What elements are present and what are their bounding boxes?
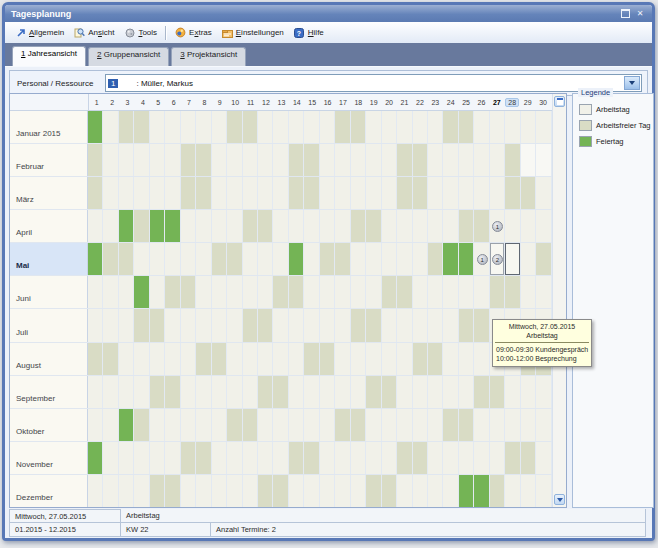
day-cell[interactable]: 1 [490, 210, 505, 242]
day-cell[interactable] [119, 144, 134, 176]
day-cell[interactable] [165, 276, 180, 308]
day-cell[interactable] [88, 276, 103, 308]
day-cell[interactable] [382, 177, 397, 209]
day-cell[interactable] [258, 111, 273, 143]
day-cell[interactable] [304, 409, 319, 441]
day-cell[interactable] [304, 343, 319, 375]
day-cell[interactable] [335, 409, 350, 441]
day-cell[interactable] [413, 177, 428, 209]
day-cell[interactable] [134, 177, 149, 209]
day-cell[interactable] [304, 144, 319, 176]
day-cell[interactable] [134, 442, 149, 474]
month-label[interactable]: April [10, 210, 88, 242]
day-cell[interactable] [243, 144, 258, 176]
day-cell[interactable] [428, 111, 443, 143]
day-cell[interactable] [366, 475, 381, 507]
day-cell[interactable] [273, 409, 288, 441]
day-cell[interactable] [196, 442, 211, 474]
appointment-count-badge[interactable]: 2 [492, 254, 503, 265]
day-cell[interactable] [88, 144, 103, 176]
day-cell[interactable] [212, 409, 227, 441]
day-cell[interactable] [521, 243, 536, 275]
day-cell[interactable] [490, 442, 505, 474]
day-cell[interactable] [150, 475, 165, 507]
day-cell[interactable] [150, 177, 165, 209]
day-cell[interactable] [320, 475, 335, 507]
day-cell[interactable] [474, 111, 489, 143]
day-cell[interactable] [119, 376, 134, 408]
day-cell[interactable] [134, 376, 149, 408]
day-header-30[interactable]: 30 [535, 94, 550, 110]
day-cell[interactable] [273, 276, 288, 308]
day-cell[interactable] [320, 409, 335, 441]
day-cell[interactable] [212, 343, 227, 375]
day-cell[interactable] [165, 309, 180, 341]
day-cell[interactable] [459, 276, 474, 308]
day-header-20[interactable]: 20 [381, 94, 396, 110]
day-cell[interactable] [165, 376, 180, 408]
day-cell[interactable] [150, 343, 165, 375]
day-cell[interactable] [181, 243, 196, 275]
day-cell[interactable] [212, 475, 227, 507]
day-header-15[interactable]: 15 [304, 94, 319, 110]
day-cell[interactable] [320, 343, 335, 375]
day-cell[interactable] [413, 243, 428, 275]
day-cell[interactable] [351, 409, 366, 441]
day-cell[interactable] [351, 177, 366, 209]
day-cell[interactable] [536, 177, 551, 209]
month-label[interactable]: Februar [10, 144, 88, 176]
day-cell[interactable] [443, 177, 458, 209]
day-cell[interactable] [165, 343, 180, 375]
day-cell[interactable] [134, 409, 149, 441]
day-cell[interactable] [273, 343, 288, 375]
day-cell[interactable] [536, 442, 551, 474]
day-cell[interactable] [258, 343, 273, 375]
day-cell[interactable] [134, 144, 149, 176]
day-cell[interactable] [103, 144, 118, 176]
day-cell[interactable] [304, 243, 319, 275]
day-cell[interactable] [227, 210, 242, 242]
day-cell[interactable] [335, 376, 350, 408]
day-cell[interactable] [181, 376, 196, 408]
day-cell[interactable] [413, 475, 428, 507]
day-cell[interactable] [335, 343, 350, 375]
day-cell[interactable] [88, 475, 103, 507]
day-cell[interactable] [258, 409, 273, 441]
day-cell[interactable] [382, 276, 397, 308]
day-cell[interactable] [134, 111, 149, 143]
day-cell[interactable] [227, 111, 242, 143]
day-cell[interactable] [212, 210, 227, 242]
day-cell[interactable] [289, 276, 304, 308]
day-cell[interactable] [196, 276, 211, 308]
day-cell[interactable] [505, 210, 520, 242]
day-cell[interactable] [366, 210, 381, 242]
day-header-19[interactable]: 19 [366, 94, 381, 110]
day-cell[interactable] [103, 309, 118, 341]
day-cell[interactable] [474, 376, 489, 408]
day-cell[interactable] [243, 210, 258, 242]
day-cell[interactable] [119, 343, 134, 375]
day-header-14[interactable]: 14 [289, 94, 304, 110]
day-cell[interactable] [273, 177, 288, 209]
day-cell[interactable] [119, 442, 134, 474]
day-cell[interactable] [320, 376, 335, 408]
day-cell[interactable] [459, 243, 474, 275]
day-cell[interactable] [134, 210, 149, 242]
day-cell[interactable] [88, 177, 103, 209]
day-cell[interactable] [119, 243, 134, 275]
month-label[interactable]: Dezember [10, 475, 88, 507]
month-label[interactable]: März [10, 177, 88, 209]
day-cell[interactable] [490, 177, 505, 209]
day-cell[interactable] [273, 376, 288, 408]
day-cell[interactable] [181, 210, 196, 242]
day-cell[interactable] [474, 309, 489, 341]
day-cell[interactable] [88, 210, 103, 242]
day-cell[interactable] [443, 343, 458, 375]
day-header-21[interactable]: 21 [397, 94, 412, 110]
day-cell[interactable] [521, 376, 536, 408]
day-header-23[interactable]: 23 [428, 94, 443, 110]
day-cell[interactable] [490, 376, 505, 408]
day-cell[interactable] [212, 177, 227, 209]
day-cell[interactable] [397, 376, 412, 408]
day-cell[interactable] [413, 210, 428, 242]
